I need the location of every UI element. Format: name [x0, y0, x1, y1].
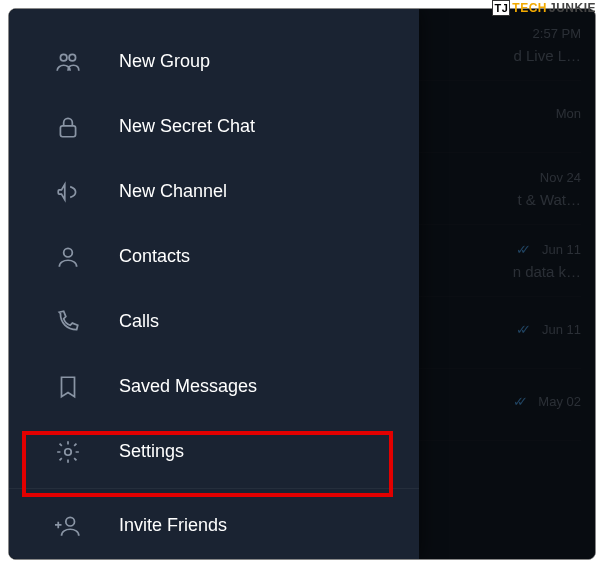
watermark-text1: TECH	[512, 1, 547, 15]
bookmark-icon	[55, 374, 81, 400]
svg-point-3	[64, 248, 73, 257]
menu-item-new-group[interactable]: New Group	[9, 29, 419, 94]
svg-point-4	[65, 448, 72, 455]
menu-label: Contacts	[119, 246, 190, 267]
menu-label: Saved Messages	[119, 376, 257, 397]
contact-icon	[55, 244, 81, 270]
menu-item-new-secret-chat[interactable]: New Secret Chat	[9, 94, 419, 159]
menu-item-contacts[interactable]: Contacts	[9, 224, 419, 289]
invite-icon	[55, 513, 81, 539]
menu-item-invite-friends[interactable]: Invite Friends	[9, 493, 419, 558]
app-frame: 2:57 PM d Live L… Mon Nov 24 t & Wat… ✓✓…	[8, 8, 596, 560]
svg-point-1	[69, 54, 76, 61]
watermark-text2: JUNKIE	[549, 1, 596, 15]
menu-label: Calls	[119, 311, 159, 332]
svg-rect-2	[60, 125, 75, 136]
menu-item-calls[interactable]: Calls	[9, 289, 419, 354]
menu-divider	[9, 488, 419, 489]
side-menu: New Group New Secret Chat New Channel Co…	[9, 9, 419, 559]
group-icon	[55, 49, 81, 75]
menu-item-saved-messages[interactable]: Saved Messages	[9, 354, 419, 419]
phone-icon	[55, 309, 81, 335]
gear-icon	[55, 439, 81, 465]
megaphone-icon	[55, 179, 81, 205]
svg-point-0	[60, 54, 66, 61]
menu-label: New Channel	[119, 181, 227, 202]
watermark-square: TJ	[492, 0, 510, 16]
menu-label: New Secret Chat	[119, 116, 255, 137]
watermark-logo: TJ TECHJUNKIE	[492, 0, 596, 16]
lock-icon	[55, 114, 81, 140]
menu-item-new-channel[interactable]: New Channel	[9, 159, 419, 224]
menu-label: Invite Friends	[119, 515, 227, 536]
svg-point-5	[66, 517, 75, 526]
menu-label: New Group	[119, 51, 210, 72]
menu-item-settings[interactable]: Settings	[9, 419, 419, 484]
menu-label: Settings	[119, 441, 184, 462]
